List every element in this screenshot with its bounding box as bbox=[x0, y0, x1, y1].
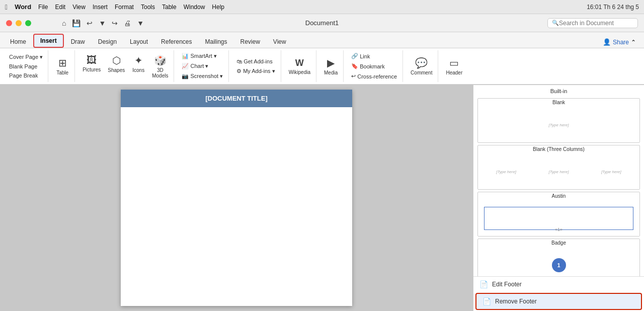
footer-item-blank-preview: [Type here] bbox=[478, 107, 639, 142]
icons-icon: ✦ bbox=[134, 54, 143, 66]
tab-design[interactable]: Design bbox=[92, 36, 123, 48]
footer-item-badge-preview: 1 bbox=[478, 248, 639, 276]
tab-view[interactable]: View bbox=[267, 36, 292, 48]
my-addins-button[interactable]: ⚙ My Add-ins ▾ bbox=[234, 67, 277, 75]
footer-item-austin[interactable]: Austin «1» bbox=[477, 192, 640, 237]
header-icon: ▭ bbox=[449, 57, 459, 69]
doc-area: [DOCUMENT TITLE] bbox=[0, 85, 473, 311]
screenshot-button[interactable]: 📷 Screenshot ▾ bbox=[179, 72, 225, 81]
pages-group: Cover Page ▾ Blank Page Page Break bbox=[4, 50, 48, 82]
blank-page-btn[interactable]: Blank Page bbox=[7, 62, 45, 70]
comment-group: 💬 Comment bbox=[405, 50, 438, 82]
crossref-icon: ↩ bbox=[351, 73, 356, 80]
menu-table[interactable]: Table bbox=[162, 4, 177, 11]
media-icon: ▶ bbox=[327, 57, 335, 69]
cover-page-btn[interactable]: Cover Page ▾ bbox=[7, 53, 45, 61]
menu-tools[interactable]: Tools bbox=[141, 4, 155, 11]
page-break-btn[interactable]: Page Break bbox=[7, 71, 45, 80]
wikipedia-label: Wikipedia bbox=[289, 69, 310, 75]
remove-footer-action[interactable]: 📄 Remove Footer bbox=[475, 293, 642, 310]
tab-draw[interactable]: Draw bbox=[65, 36, 91, 48]
smartart-label: SmartArt ▾ bbox=[190, 53, 216, 59]
close-button[interactable] bbox=[6, 20, 12, 26]
footer-item-badge[interactable]: Badge 1 bbox=[477, 239, 640, 276]
document-page: [DOCUMENT TITLE] bbox=[121, 90, 352, 306]
footer-item-austin-name: Austin bbox=[478, 192, 639, 201]
customize-icon[interactable]: ▼ bbox=[135, 18, 145, 28]
footer-item-three-col-preview: [Type here] [Type here] [Type here] bbox=[478, 154, 639, 189]
blank-preview-text: [Type here] bbox=[549, 123, 569, 127]
tab-references[interactable]: References bbox=[155, 36, 198, 48]
tab-insert[interactable]: Insert bbox=[33, 34, 64, 48]
window-controls bbox=[6, 20, 31, 26]
save-icon[interactable]: 💾 bbox=[70, 18, 82, 28]
chart-icon: 📈 bbox=[182, 63, 189, 69]
crossref-label: Cross-reference bbox=[357, 73, 397, 80]
tab-review[interactable]: Review bbox=[234, 36, 266, 48]
get-addins-icon: 🛍 bbox=[236, 58, 242, 64]
link-label: Link bbox=[360, 53, 370, 59]
menu-help[interactable]: Help bbox=[212, 4, 224, 11]
search-input[interactable] bbox=[559, 20, 633, 27]
menu-view[interactable]: View bbox=[72, 4, 86, 11]
menu-edit[interactable]: Edit bbox=[55, 4, 65, 11]
undo-icon[interactable]: ↩ bbox=[85, 18, 94, 28]
footer-item-three-col[interactable]: Blank (Three Columns) [Type here] [Type … bbox=[477, 145, 640, 190]
link-button[interactable]: 🔗 Link bbox=[349, 52, 399, 60]
share-label[interactable]: Share bbox=[613, 39, 629, 46]
print-icon[interactable]: 🖨 bbox=[122, 18, 132, 28]
tab-layout[interactable]: Layout bbox=[124, 36, 154, 48]
smartart-icon: 📊 bbox=[182, 53, 189, 59]
shapes-button[interactable]: ⬡ Shapes bbox=[105, 53, 127, 74]
footer-dropdown: Built-in Blank [Type here] Blank (Three … bbox=[473, 85, 644, 311]
wikipedia-icon: W bbox=[295, 58, 304, 68]
footer-item-blank[interactable]: Blank [Type here] bbox=[477, 98, 640, 143]
3d-models-icon: 🎲 bbox=[154, 54, 167, 66]
pictures-icon: 🖼 bbox=[87, 54, 97, 66]
wikipedia-button[interactable]: W Wikipedia bbox=[286, 56, 313, 76]
link-icon: 🔗 bbox=[351, 53, 358, 59]
pictures-button[interactable]: 🖼 Pictures bbox=[80, 53, 103, 74]
redo-icon[interactable]: ↪ bbox=[110, 18, 119, 28]
illustrations-group: 🖼 Pictures ⬡ Shapes ✦ Icons 🎲 3D Models bbox=[77, 50, 174, 82]
collapse-ribbon-icon[interactable]: ⌃ bbox=[631, 39, 636, 46]
austin-number: «1» bbox=[555, 227, 562, 232]
table-icon: ⊞ bbox=[58, 57, 67, 69]
ribbon-tabs: Home Insert Draw Design Layout Reference… bbox=[0, 32, 644, 48]
comment-button[interactable]: 💬 Comment bbox=[408, 55, 435, 77]
icons-button[interactable]: ✦ Icons bbox=[129, 53, 147, 74]
search-area[interactable]: 🔍 bbox=[547, 18, 638, 28]
wikipedia-group: W Wikipedia bbox=[283, 50, 316, 82]
3d-models-label: 3D Models bbox=[152, 67, 168, 79]
footer-item-blank-name: Blank bbox=[478, 99, 639, 107]
footer-item-austin-preview: «1» bbox=[478, 201, 639, 236]
apple-menu[interactable]:  bbox=[5, 3, 8, 11]
title-bar: ⌂ 💾 ↩ ▼ ↪ 🖨 ▼ Document1 🔍 bbox=[0, 14, 644, 32]
ribbon-toolbar: Cover Page ▾ Blank Page Page Break ⊞ Tab… bbox=[0, 48, 644, 85]
chart-label: Chart ▾ bbox=[190, 63, 208, 69]
smartart-group: 📊 SmartArt ▾ 📈 Chart ▾ 📷 Screenshot ▾ bbox=[176, 50, 229, 82]
crossref-button[interactable]: ↩ Cross-reference bbox=[349, 72, 399, 81]
screenshot-icon: 📷 bbox=[182, 73, 189, 80]
tab-home[interactable]: Home bbox=[4, 36, 32, 48]
menu-format[interactable]: Format bbox=[115, 4, 134, 11]
edit-footer-action[interactable]: 📄 Edit Footer bbox=[473, 277, 644, 292]
edit-footer-icon: 📄 bbox=[479, 280, 488, 288]
home-icon[interactable]: ⌂ bbox=[60, 18, 67, 28]
bookmark-button[interactable]: 🔖 Bookmark bbox=[349, 62, 399, 70]
menu-window[interactable]: Window bbox=[184, 4, 205, 11]
smartart-button[interactable]: 📊 SmartArt ▾ bbox=[179, 52, 225, 60]
maximize-button[interactable] bbox=[25, 20, 31, 26]
media-button[interactable]: ▶ Media bbox=[321, 55, 340, 77]
document-title-bar: [DOCUMENT TITLE] bbox=[121, 90, 352, 107]
table-button[interactable]: ⊞ Table bbox=[53, 55, 71, 77]
minimize-button[interactable] bbox=[16, 20, 22, 26]
tab-mailings[interactable]: Mailings bbox=[199, 36, 233, 48]
get-addins-button[interactable]: 🛍 Get Add-ins bbox=[234, 57, 277, 65]
3d-models-button[interactable]: 🎲 3D Models bbox=[149, 53, 171, 80]
header-button[interactable]: ▭ Header bbox=[443, 55, 465, 77]
menu-insert[interactable]: Insert bbox=[93, 4, 108, 11]
undo-dropdown[interactable]: ▼ bbox=[97, 18, 107, 28]
menu-file[interactable]: File bbox=[38, 4, 48, 11]
chart-button[interactable]: 📈 Chart ▾ bbox=[179, 62, 225, 70]
